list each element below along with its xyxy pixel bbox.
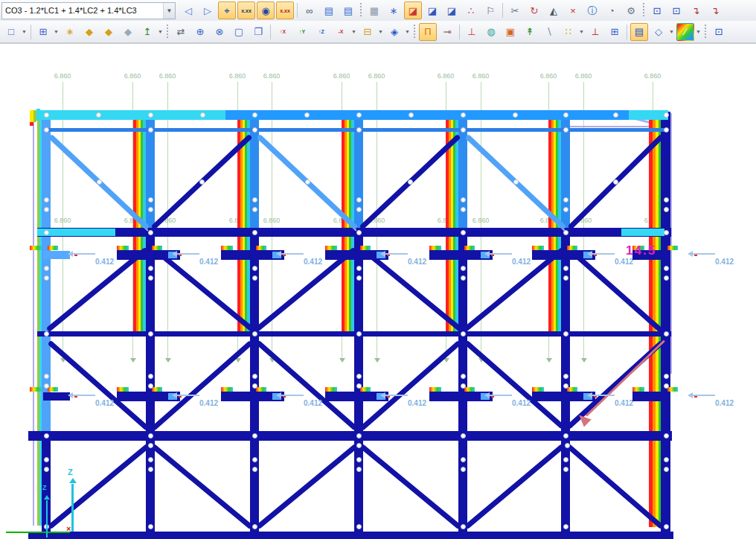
dimension-label: 6.860 bbox=[438, 72, 455, 80]
view-y-button[interactable]: ↑Y bbox=[293, 23, 311, 41]
next-combination-button[interactable]: ▷ bbox=[199, 1, 217, 19]
new-structure-button[interactable]: □ bbox=[2, 23, 20, 41]
workplane-xy-button[interactable]: ◪ bbox=[423, 1, 441, 19]
moment-diagram-button[interactable]: Π bbox=[419, 23, 437, 41]
print-graphic-a-button[interactable]: ↴ bbox=[687, 1, 705, 19]
member-connector-button[interactable]: ⊸ bbox=[438, 23, 456, 41]
axis-origin-marker: × bbox=[66, 524, 71, 533]
dimension-label: 6.860 bbox=[472, 217, 490, 224]
load-combination-combo[interactable]: CO3 - 1.2*LC1 + 1.4*LC2 + 1.4*LC3 ▼ bbox=[1, 2, 176, 19]
smooth-results-icon: ◉ bbox=[261, 6, 269, 16]
section-cut-button[interactable]: ∖ bbox=[540, 23, 558, 41]
grid-points-button[interactable]: ∴ bbox=[462, 1, 480, 19]
prev-combination-button[interactable]: ◁ bbox=[179, 1, 197, 19]
display-properties-button[interactable]: ⊟ bbox=[359, 23, 377, 41]
node bbox=[252, 197, 257, 202]
view-glasses-button[interactable]: ∞ bbox=[301, 1, 318, 19]
control-panel-button[interactable]: ▤ bbox=[630, 23, 648, 41]
smooth-results-button[interactable]: ◉ bbox=[257, 1, 275, 19]
result-tables-button[interactable]: ⊞ bbox=[606, 23, 624, 41]
node bbox=[199, 179, 205, 185]
export-view-a-button[interactable]: ⊡ bbox=[648, 1, 666, 19]
result-values-grid-dropdown[interactable]: ▼ bbox=[578, 24, 585, 40]
insert-load-button[interactable]: ↥ bbox=[138, 23, 156, 41]
view-x-button[interactable]: ↑X bbox=[274, 23, 292, 41]
fe-mesh-button[interactable]: ▦ bbox=[365, 1, 383, 19]
workplane-yz-button[interactable]: ◪ bbox=[443, 1, 461, 19]
result-values-grid-button[interactable]: ∷ bbox=[560, 23, 577, 41]
node bbox=[513, 179, 519, 185]
load-arrowhead bbox=[68, 251, 73, 257]
show-results-button[interactable]: ⌖ bbox=[218, 1, 236, 19]
new-structure-dropdown[interactable]: ▼ bbox=[21, 24, 28, 40]
model-canvas[interactable]: 6.8606.8606.8606.8606.8606.8606.8606.860… bbox=[0, 44, 756, 539]
load-arrow bbox=[281, 395, 304, 396]
regenerate-model-button[interactable]: ◔ bbox=[603, 1, 621, 19]
support-display-button[interactable]: ⟂ bbox=[586, 23, 604, 41]
result-strip bbox=[360, 387, 371, 392]
show-results-icon: ⌖ bbox=[224, 6, 229, 16]
node bbox=[148, 443, 153, 448]
show-result-values-button[interactable]: x.xx bbox=[237, 1, 255, 19]
view-minus-x-dropdown[interactable]: ▼ bbox=[350, 24, 357, 40]
model-info-button[interactable]: ⓘ bbox=[583, 1, 601, 19]
view-solid-button[interactable]: ❐ bbox=[249, 23, 267, 41]
panel-colors-dropdown[interactable]: ▼ bbox=[695, 24, 702, 40]
export-view-b-button[interactable]: ⊡ bbox=[667, 1, 685, 19]
zoom-in-button[interactable]: ⊕ bbox=[191, 23, 209, 41]
settings-gears-button[interactable]: ⚙ bbox=[622, 1, 640, 19]
copy-connect-dropdown[interactable]: ▼ bbox=[53, 24, 60, 40]
mirror-model-button[interactable]: ◭ bbox=[545, 1, 563, 19]
load-arrow bbox=[490, 395, 512, 396]
insert-load-dropdown[interactable]: ▼ bbox=[157, 24, 164, 40]
reactions-display-button[interactable]: ↟ bbox=[521, 23, 539, 41]
show-max-values-button[interactable]: x.xx bbox=[276, 1, 294, 19]
view-wireframe-button[interactable]: ▢ bbox=[230, 23, 248, 41]
deformation-display-button[interactable]: ⊥ bbox=[463, 23, 481, 41]
result-panel-b-button[interactable]: ▤ bbox=[339, 1, 357, 19]
select-chain-button[interactable]: ✂ bbox=[506, 1, 524, 19]
new-support-table-button[interactable]: ◆ bbox=[100, 23, 118, 41]
guidelines-button[interactable]: ⚐ bbox=[481, 1, 499, 19]
dimension-arrowhead bbox=[339, 358, 345, 363]
pan-view-button[interactable]: ⇄ bbox=[172, 23, 190, 41]
workplane-xz-button[interactable]: ◪ bbox=[404, 1, 422, 19]
node bbox=[356, 230, 362, 235]
result-strip bbox=[325, 387, 337, 392]
node bbox=[148, 374, 153, 379]
display-wand-dropdown[interactable]: ▼ bbox=[668, 24, 675, 40]
snap-points-button[interactable]: ∗ bbox=[385, 1, 403, 19]
print-graphic-b-button[interactable]: ↴ bbox=[706, 1, 724, 19]
display-wand-button[interactable]: ◇ bbox=[650, 23, 667, 41]
zoom-out-button[interactable]: ⊗ bbox=[211, 23, 228, 41]
view-z-button[interactable]: ↑Z bbox=[313, 23, 330, 41]
node bbox=[664, 374, 669, 379]
load-arrow bbox=[281, 253, 304, 255]
surface-results-button[interactable]: ◍ bbox=[482, 23, 500, 41]
display-properties-dropdown[interactable]: ▼ bbox=[377, 24, 384, 40]
node bbox=[664, 207, 669, 212]
isometric-view-button[interactable]: ◈ bbox=[385, 23, 403, 41]
load-arrowhead bbox=[380, 392, 385, 398]
result-panel-a-button[interactable]: ▤ bbox=[320, 1, 338, 19]
isometric-view-dropdown[interactable]: ▼ bbox=[404, 24, 411, 40]
new-member-table-button[interactable]: ◆ bbox=[80, 23, 98, 41]
combo-dropdown-button[interactable]: ▼ bbox=[163, 3, 175, 19]
copy-connect-button[interactable]: ⊞ bbox=[34, 23, 52, 41]
load-combination-value: CO3 - 1.2*LC1 + 1.4*LC2 + 1.4*LC3 bbox=[2, 6, 163, 15]
dimension-arrowhead bbox=[581, 358, 587, 363]
insert-node-button[interactable]: ∗ bbox=[61, 23, 79, 41]
delete-nodes-button[interactable]: × bbox=[564, 1, 582, 19]
solid-results-button[interactable]: ▣ bbox=[502, 23, 519, 41]
node bbox=[356, 443, 362, 448]
node bbox=[44, 266, 49, 271]
view-minus-x-button[interactable]: -X bbox=[332, 23, 350, 41]
edit-table-button[interactable]: ◆ bbox=[119, 23, 137, 41]
clipboard-view-button[interactable]: ⊡ bbox=[710, 23, 728, 41]
node bbox=[356, 207, 362, 212]
load-value-label: 0.412 bbox=[715, 399, 734, 407]
display-properties-icon: ⊟ bbox=[364, 27, 372, 36]
new-structure-icon: □ bbox=[8, 27, 14, 36]
rotate-view-button[interactable]: ↻ bbox=[525, 1, 543, 19]
panel-colors-button[interactable]: ∕ bbox=[676, 23, 694, 41]
